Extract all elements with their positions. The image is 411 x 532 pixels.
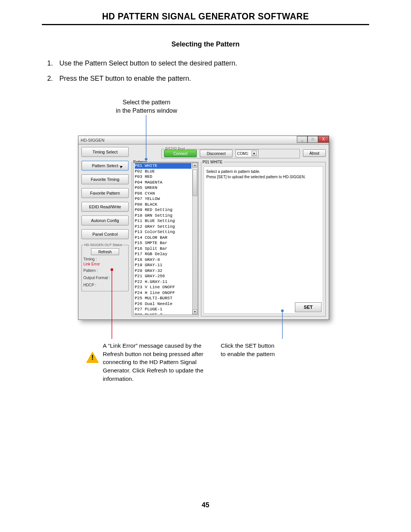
callout-top-line: in the Patterns window [101,107,192,115]
callout-line: to enable the pattern [221,350,308,358]
pattern-item[interactable]: P12 GRAY Setting [135,224,191,230]
section-title: Selecting the Pattern [42,40,369,48]
instruction-list: Use the Pattern Select button to select … [55,58,369,83]
pattern-item[interactable]: P20 GRAY-32 [135,268,191,274]
chevron-down-icon: ▼ [252,151,257,156]
status-timing-label: Timing : [83,257,127,261]
minimize-button[interactable]: _ [297,136,307,143]
status-pattern-label: Pattern : [83,268,127,273]
scrollbar[interactable]: ▲ ▼ [192,163,198,315]
pattern-item[interactable]: P07 YELLOW [135,196,191,202]
pattern-item[interactable]: P16 Split Bar [135,246,191,252]
detail-line: Select a pattern in pattern table. [206,169,320,174]
pattern-item[interactable]: P17 RGB Delay [135,251,191,257]
pattern-item[interactable]: P05 GREEN [135,185,191,191]
pattern-item[interactable]: P10 GRN Setting [135,213,191,219]
callout-set-button: Click the SET button to enable the patte… [221,342,308,358]
pattern-item[interactable]: P14 COLOR BAR [135,235,191,241]
pattern-item[interactable]: P27 PLUGE-1 [135,307,191,312]
pattern-item[interactable]: P26 Dual Needle [135,301,191,307]
scroll-up-icon[interactable]: ▲ [193,163,197,168]
scroll-thumb[interactable] [193,169,197,196]
pattern-item[interactable]: P23 V Line ONOFF [135,284,191,290]
pattern-item[interactable]: P08 BLACK [135,202,191,208]
callout-link-error: A “Link Error” message caused by the Ref… [103,342,211,383]
pattern-item[interactable]: P19 GRAY-11 [135,262,191,268]
title-rule [42,24,369,25]
about-button[interactable]: About [303,149,326,157]
pattern-item[interactable]: P02 BLUE [135,169,191,174]
status-hdcp-label: HDCP : [83,283,127,287]
com-port-value: COM1: [237,152,249,156]
pattern-item[interactable]: P06 CYAN [135,191,191,197]
pattern-item[interactable]: P04 MAGENTA [135,180,191,185]
pattern-item[interactable]: P21 GRAY-256 [135,273,191,279]
pattern-detail-group: P01 WHITE Select a pattern in pattern ta… [201,160,326,316]
sidebar-timing-select[interactable]: Timing Select [81,147,129,157]
sidebar-panel-control[interactable]: Panel Control [81,229,129,239]
sidebar-favorite-timing[interactable]: Favorite Timing [81,174,129,184]
instruction-item: Press the SET button to enable the patte… [55,73,369,83]
sidebar: Timing Select Pattern Select ➤ Favorite … [81,147,129,291]
maximize-button[interactable]: □ [307,136,318,143]
status-link-error: Link Error [83,262,127,266]
pattern-item[interactable]: P13 ColorSetting [135,229,191,235]
sidebar-favorite-pattern[interactable]: Favorite Pattern [81,188,129,198]
pattern-item[interactable]: P22 H.GRAY-11 [135,279,191,285]
pattern-item[interactable]: P24 H line ONOFF [135,290,191,296]
sidebar-autorun-config[interactable]: Autorun Config [81,216,129,225]
disconnect-button[interactable]: Disconnect [200,150,233,157]
sidebar-pattern-select[interactable]: Pattern Select ➤ [81,161,129,171]
detail-line: Press [SET] to upload the selected patte… [206,174,320,180]
pattern-item[interactable]: P01 WHITE [135,163,191,169]
pattern-detail-legend: P01 WHITE [201,160,224,164]
page-title: HD PATTERN SIGNAL GENERATOR SOFTWARE [42,11,369,22]
pattern-item[interactable]: P11 BLUE Setting [135,218,191,224]
pattern-item[interactable]: P18 GRAY-8 [135,257,191,263]
cursor-icon: ➤ [118,164,124,170]
pattern-item[interactable]: P28 PLUGE-2 [135,312,191,315]
pattern-detail-text: Select a pattern in pattern table. Press… [204,166,323,314]
connect-button[interactable]: Connect [164,150,197,157]
pattern-item[interactable]: P25 MULTI-BURST [135,296,191,301]
callout-top-line: Select the pattern [101,98,192,107]
warning-icon: ! [86,351,99,363]
callout-top: Select the pattern in the Patterns windo… [101,98,192,115]
page-number: 45 [0,501,411,509]
callout-line: Click the SET button [221,342,308,350]
scroll-down-icon[interactable]: ▼ [193,310,197,314]
close-button[interactable]: X [318,136,329,143]
patterns-listbox[interactable]: P01 WHITEP02 BLUEP03 REDP04 MAGENTAP05 G… [133,162,198,315]
com-port-select[interactable]: COM1: ▼ [236,150,258,157]
status-legend: HD-SIGGEN OUT Status [83,243,123,247]
set-button[interactable]: SET [295,302,322,312]
window-title: HD-SIGGEN [81,138,104,142]
status-group: HD-SIGGEN OUT Status Refresh Timing : Li… [81,243,129,291]
sidebar-edid-read-write[interactable]: EDID Read/Write [81,202,129,212]
pattern-item[interactable]: P03 RED [135,174,191,180]
pattern-item[interactable]: P15 SMPTE Bar [135,240,191,246]
app-window: HD-SIGGEN _ □ X RS232 Port Connect Disco… [78,136,329,320]
status-output-format-label: Output Format : [83,276,127,280]
titlebar: HD-SIGGEN _ □ X [78,136,329,144]
instruction-item: Use the Pattern Select button to select … [55,58,369,68]
refresh-button[interactable]: Refresh [91,248,119,255]
pattern-item[interactable]: P09 RED Setting [135,207,191,213]
patterns-group: Patterns P01 WHITEP02 BLUEP03 REDP04 MAG… [132,160,199,316]
rs232-port-group: RS232 Port Connect Disconnect COM1: ▼ [161,147,300,158]
sidebar-item-label: Pattern Select [92,163,118,168]
